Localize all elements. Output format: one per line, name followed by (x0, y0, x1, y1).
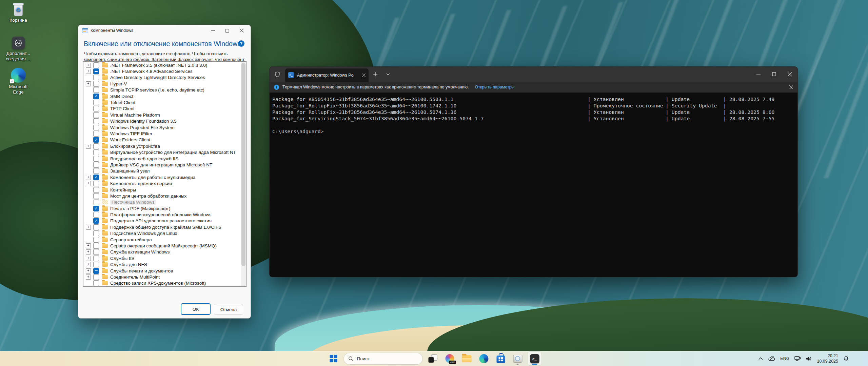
feature-item[interactable]: +Компоненты прежних версий (83, 180, 241, 186)
feature-checkbox[interactable] (93, 181, 99, 186)
feature-item[interactable]: +Поддержка общего доступа к файлам SMB 1… (83, 224, 241, 230)
tab-dropdown-button[interactable] (382, 67, 394, 82)
feature-checkbox[interactable] (93, 274, 99, 280)
banner-close-icon[interactable] (789, 85, 793, 89)
terminal-taskbar-button[interactable] (528, 352, 541, 365)
microsoft-store-button[interactable] (494, 352, 508, 365)
feature-checkbox[interactable] (93, 237, 99, 243)
feature-item[interactable]: +Windows TIFF IFilter (83, 130, 241, 137)
expand-toggle[interactable]: + (86, 249, 91, 255)
expand-toggle[interactable]: + (86, 256, 91, 261)
feature-item[interactable]: +Соединитель MultiPoint (83, 274, 241, 280)
feature-checkbox[interactable] (93, 262, 99, 267)
feature-checkbox[interactable] (93, 212, 99, 218)
feature-item[interactable]: +Work Folders Client (83, 137, 241, 143)
feature-checkbox[interactable] (93, 243, 99, 249)
feature-item[interactable]: +Windows Identity Foundation 3.5 (83, 118, 241, 124)
feature-checkbox[interactable] (93, 68, 99, 74)
close-button[interactable] (782, 67, 797, 82)
feature-checkbox[interactable] (93, 131, 99, 137)
desktop-icon-microsoft-edge[interactable]: ↗ Microsoft Edge (1, 68, 36, 95)
feature-item[interactable]: +Мост для центра обработки данных (83, 193, 241, 199)
feature-checkbox[interactable] (93, 256, 99, 261)
feature-checkbox[interactable] (93, 156, 99, 162)
maximize-button[interactable] (766, 67, 782, 82)
feature-checkbox[interactable] (93, 118, 99, 124)
feature-item[interactable]: +Внедряемое веб-ядро служб IIS (83, 156, 241, 162)
feature-checkbox[interactable] (93, 112, 99, 118)
feature-item[interactable]: +Службы печати и документов (83, 268, 241, 274)
feature-item[interactable]: +Поддержка API удаленного разностного сж… (83, 218, 241, 224)
desktop-icon-additional-info[interactable]: Дополнит... сведения ... (1, 37, 36, 61)
feature-item[interactable]: +Hyper-V (83, 81, 241, 87)
feature-item[interactable]: +Драйвер VSC для интеграции ядра Microso… (83, 162, 241, 168)
dialog-titlebar[interactable]: Компоненты Windows (78, 25, 251, 36)
feature-checkbox[interactable] (93, 168, 99, 174)
terminal-content[interactable]: Package_for_KB5054156~31bf3856ad364e35~a… (270, 93, 797, 139)
start-button[interactable] (327, 352, 340, 365)
expand-toggle[interactable]: + (86, 81, 91, 86)
feature-item[interactable]: +.NET Framework 3.5 (включает .NET 2.0 и… (83, 62, 241, 68)
feature-checkbox[interactable] (93, 162, 99, 168)
expand-toggle[interactable]: + (86, 268, 91, 273)
feature-checkbox[interactable] (93, 193, 99, 199)
feature-checkbox[interactable] (93, 100, 99, 105)
feature-checkbox[interactable] (93, 125, 99, 130)
feature-checkbox[interactable] (93, 280, 99, 286)
feature-checkbox[interactable] (93, 175, 99, 180)
windows-features-taskbar-button[interactable] (511, 352, 525, 365)
feature-checkbox[interactable] (93, 137, 99, 143)
feature-item[interactable]: +Simple TCPIP services (i.e. echo, dayti… (83, 87, 241, 93)
feature-checkbox[interactable] (93, 81, 99, 87)
feature-item[interactable]: +Сервер контейнера (83, 237, 241, 243)
desktop-icon-recycle-bin[interactable]: ♻ Корзина (1, 3, 36, 23)
edge-button[interactable] (477, 352, 491, 365)
feature-item[interactable]: +Платформа низкоуровневой оболочки Windo… (83, 211, 241, 218)
feature-checkbox[interactable] (93, 206, 99, 211)
feature-item[interactable]: +TFTP Client (83, 106, 241, 112)
volume-icon[interactable] (806, 356, 812, 361)
feature-checkbox[interactable] (93, 62, 99, 68)
expand-toggle[interactable]: + (86, 274, 91, 280)
feature-item[interactable]: +Печать в PDF (Майкрософт) (83, 205, 241, 211)
feature-checkbox[interactable] (93, 230, 99, 236)
maximize-button[interactable] (220, 25, 234, 36)
feature-checkbox[interactable] (93, 218, 99, 224)
task-view-button[interactable] (426, 352, 440, 365)
expand-toggle[interactable]: + (86, 144, 91, 149)
feature-item[interactable]: +Windows Projected File System (83, 124, 241, 130)
feature-checkbox[interactable] (93, 149, 99, 155)
feature-checkbox[interactable] (93, 199, 99, 205)
minimize-button[interactable] (206, 25, 220, 36)
expand-toggle[interactable]: + (86, 243, 91, 248)
feature-checkbox[interactable] (93, 87, 99, 93)
feature-checkbox[interactable] (93, 187, 99, 193)
feature-item[interactable]: +Защищенный узел (83, 168, 241, 174)
tray-chevron-up-icon[interactable] (758, 357, 763, 360)
expand-toggle[interactable]: + (86, 63, 91, 68)
minimize-button[interactable] (751, 67, 766, 82)
scrollbar-track[interactable] (241, 62, 246, 286)
terminal-tab[interactable]: Администратор: Windows Po (285, 68, 369, 82)
file-explorer-button[interactable] (460, 352, 474, 365)
expand-toggle[interactable]: + (86, 262, 91, 267)
language-indicator[interactable]: ENG (780, 356, 789, 361)
expand-toggle[interactable]: + (86, 181, 91, 186)
feature-checkbox[interactable] (93, 75, 99, 80)
feature-item[interactable]: +Компоненты для работы с мультимедиа (83, 174, 241, 180)
feature-checkbox[interactable] (93, 143, 99, 149)
new-tab-button[interactable] (369, 67, 382, 82)
feature-item[interactable]: +Службы для NFS (83, 262, 241, 268)
feature-item[interactable]: +Блокировка устройства (83, 143, 241, 149)
scrollbar-thumb[interactable] (241, 63, 245, 266)
feature-checkbox[interactable] (93, 106, 99, 111)
cancel-button[interactable]: Отмена (214, 304, 243, 315)
feature-item[interactable]: +Средство записи XPS-документов (Microso… (83, 280, 241, 286)
feature-item[interactable]: +Active Directory Lightweight Directory … (83, 75, 241, 81)
copilot-m365-button[interactable]: M365 (443, 352, 457, 365)
feature-item[interactable]: +SMB Direct (83, 93, 241, 99)
help-button[interactable]: ? (238, 40, 244, 47)
feature-item[interactable]: +Telnet Client (83, 99, 241, 105)
onedrive-icon[interactable] (768, 356, 775, 361)
network-icon[interactable] (794, 356, 801, 361)
